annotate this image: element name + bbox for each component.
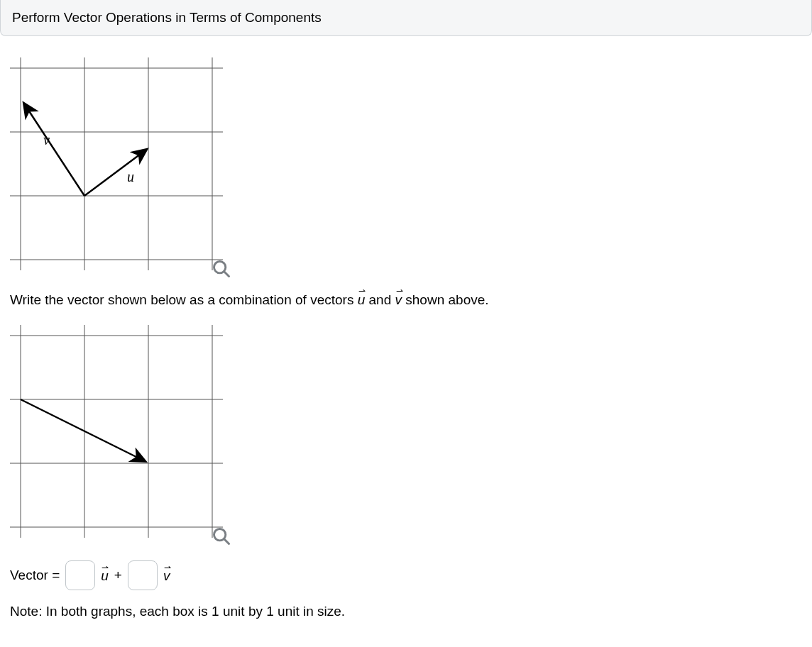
instruction-text: Write the vector shown below as a combin… [10, 289, 802, 311]
vector-equals: Vector = [10, 568, 60, 583]
answer-row: Vector = ⇀u + ⇀v [10, 560, 802, 590]
graph-target-svg [10, 325, 223, 538]
vector-v [24, 104, 84, 196]
label-v: v [43, 132, 50, 148]
v-symbol: ⇀v [395, 289, 402, 311]
instruction-pre: Write the vector shown below as a combin… [10, 292, 358, 307]
magnify-icon[interactable] [212, 259, 231, 279]
plus-sign: + [114, 568, 122, 583]
target-vector [21, 399, 145, 461]
label-u: u [127, 169, 134, 184]
instruction-post: shown above. [402, 292, 489, 307]
v-coefficient-input[interactable] [128, 560, 158, 590]
svg-line-9 [224, 272, 229, 277]
v-symbol-answer: ⇀v [163, 567, 170, 584]
vector-u [84, 150, 146, 196]
u-symbol: ⇀u [358, 289, 366, 311]
svg-line-19 [224, 538, 229, 543]
instruction-mid: and [365, 292, 395, 307]
magnify-icon[interactable] [212, 526, 231, 546]
graph-target [10, 325, 230, 545]
graph-uv: v u [10, 57, 230, 277]
note-text: Note: In both graphs, each box is 1 unit… [10, 602, 802, 622]
section-header: Perform Vector Operations in Terms of Co… [0, 0, 812, 36]
section-title: Perform Vector Operations in Terms of Co… [12, 10, 322, 25]
graph-uv-svg: v u [10, 57, 223, 270]
u-coefficient-input[interactable] [65, 560, 95, 590]
u-symbol-answer: ⇀u [101, 567, 109, 584]
